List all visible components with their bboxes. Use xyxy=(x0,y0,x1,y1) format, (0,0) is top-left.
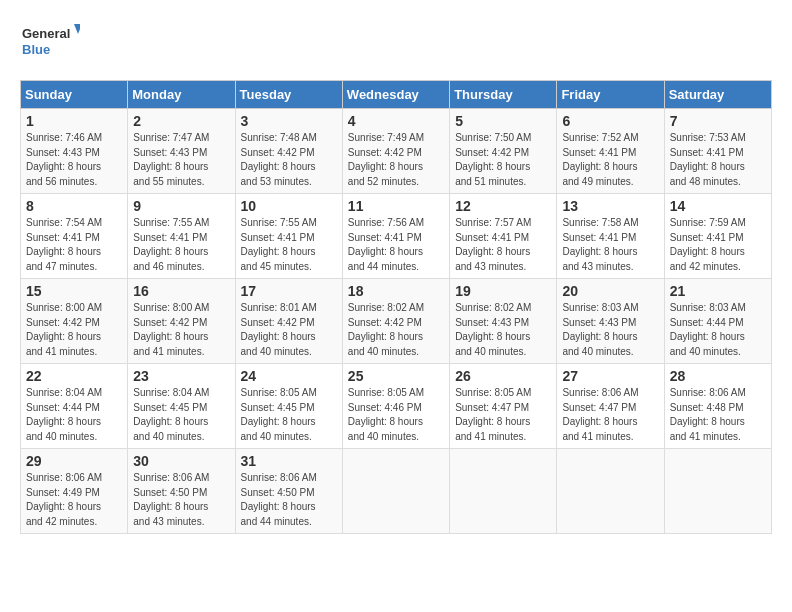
svg-marker-2 xyxy=(74,24,80,34)
svg-text:Blue: Blue xyxy=(22,42,50,57)
weekday-header: Thursday xyxy=(450,81,557,109)
day-info: Sunrise: 8:02 AM Sunset: 4:42 PM Dayligh… xyxy=(348,301,444,359)
sunset-label: Sunset: 4:46 PM xyxy=(348,402,422,413)
calendar-cell: 26 Sunrise: 8:05 AM Sunset: 4:47 PM Dayl… xyxy=(450,364,557,449)
day-info: Sunrise: 7:54 AM Sunset: 4:41 PM Dayligh… xyxy=(26,216,122,274)
daylight-minutes: and 40 minutes. xyxy=(26,431,97,442)
day-number: 18 xyxy=(348,283,444,299)
daylight-label: Daylight: 8 hours xyxy=(348,331,423,342)
day-info: Sunrise: 8:04 AM Sunset: 4:45 PM Dayligh… xyxy=(133,386,229,444)
calendar-cell: 19 Sunrise: 8:02 AM Sunset: 4:43 PM Dayl… xyxy=(450,279,557,364)
day-number: 30 xyxy=(133,453,229,469)
day-info: Sunrise: 7:56 AM Sunset: 4:41 PM Dayligh… xyxy=(348,216,444,274)
day-number: 13 xyxy=(562,198,658,214)
sunrise-label: Sunrise: 7:48 AM xyxy=(241,132,317,143)
sunrise-label: Sunrise: 7:58 AM xyxy=(562,217,638,228)
daylight-label: Daylight: 8 hours xyxy=(562,416,637,427)
calendar-cell: 5 Sunrise: 7:50 AM Sunset: 4:42 PM Dayli… xyxy=(450,109,557,194)
calendar-cell xyxy=(342,449,449,534)
daylight-label: Daylight: 8 hours xyxy=(562,331,637,342)
sunrise-label: Sunrise: 7:59 AM xyxy=(670,217,746,228)
daylight-label: Daylight: 8 hours xyxy=(455,416,530,427)
sunset-label: Sunset: 4:42 PM xyxy=(455,147,529,158)
day-number: 4 xyxy=(348,113,444,129)
calendar-week-row: 29 Sunrise: 8:06 AM Sunset: 4:49 PM Dayl… xyxy=(21,449,772,534)
calendar-week-row: 1 Sunrise: 7:46 AM Sunset: 4:43 PM Dayli… xyxy=(21,109,772,194)
day-number: 27 xyxy=(562,368,658,384)
sunset-label: Sunset: 4:41 PM xyxy=(26,232,100,243)
day-number: 28 xyxy=(670,368,766,384)
day-info: Sunrise: 7:59 AM Sunset: 4:41 PM Dayligh… xyxy=(670,216,766,274)
day-info: Sunrise: 7:58 AM Sunset: 4:41 PM Dayligh… xyxy=(562,216,658,274)
calendar-cell: 10 Sunrise: 7:55 AM Sunset: 4:41 PM Dayl… xyxy=(235,194,342,279)
calendar-cell: 4 Sunrise: 7:49 AM Sunset: 4:42 PM Dayli… xyxy=(342,109,449,194)
daylight-minutes: and 48 minutes. xyxy=(670,176,741,187)
daylight-minutes: and 51 minutes. xyxy=(455,176,526,187)
daylight-minutes: and 56 minutes. xyxy=(26,176,97,187)
day-info: Sunrise: 7:52 AM Sunset: 4:41 PM Dayligh… xyxy=(562,131,658,189)
daylight-label: Daylight: 8 hours xyxy=(455,331,530,342)
sunrise-label: Sunrise: 7:55 AM xyxy=(133,217,209,228)
daylight-minutes: and 49 minutes. xyxy=(562,176,633,187)
calendar-week-row: 8 Sunrise: 7:54 AM Sunset: 4:41 PM Dayli… xyxy=(21,194,772,279)
daylight-label: Daylight: 8 hours xyxy=(241,246,316,257)
daylight-minutes: and 44 minutes. xyxy=(241,516,312,527)
calendar-cell: 1 Sunrise: 7:46 AM Sunset: 4:43 PM Dayli… xyxy=(21,109,128,194)
day-number: 2 xyxy=(133,113,229,129)
calendar-cell: 12 Sunrise: 7:57 AM Sunset: 4:41 PM Dayl… xyxy=(450,194,557,279)
daylight-label: Daylight: 8 hours xyxy=(133,331,208,342)
calendar-cell: 20 Sunrise: 8:03 AM Sunset: 4:43 PM Dayl… xyxy=(557,279,664,364)
sunset-label: Sunset: 4:50 PM xyxy=(133,487,207,498)
day-info: Sunrise: 7:48 AM Sunset: 4:42 PM Dayligh… xyxy=(241,131,337,189)
calendar-cell xyxy=(557,449,664,534)
daylight-minutes: and 40 minutes. xyxy=(241,346,312,357)
sunrise-label: Sunrise: 8:05 AM xyxy=(241,387,317,398)
daylight-minutes: and 40 minutes. xyxy=(348,431,419,442)
day-number: 11 xyxy=(348,198,444,214)
calendar-cell: 31 Sunrise: 8:06 AM Sunset: 4:50 PM Dayl… xyxy=(235,449,342,534)
daylight-minutes: and 40 minutes. xyxy=(348,346,419,357)
daylight-minutes: and 53 minutes. xyxy=(241,176,312,187)
daylight-label: Daylight: 8 hours xyxy=(26,246,101,257)
sunrise-label: Sunrise: 7:55 AM xyxy=(241,217,317,228)
sunset-label: Sunset: 4:42 PM xyxy=(26,317,100,328)
daylight-label: Daylight: 8 hours xyxy=(241,161,316,172)
calendar-cell: 6 Sunrise: 7:52 AM Sunset: 4:41 PM Dayli… xyxy=(557,109,664,194)
day-number: 10 xyxy=(241,198,337,214)
day-info: Sunrise: 8:05 AM Sunset: 4:47 PM Dayligh… xyxy=(455,386,551,444)
weekday-header: Wednesday xyxy=(342,81,449,109)
daylight-minutes: and 40 minutes. xyxy=(562,346,633,357)
sunset-label: Sunset: 4:41 PM xyxy=(562,232,636,243)
day-number: 29 xyxy=(26,453,122,469)
calendar-cell: 2 Sunrise: 7:47 AM Sunset: 4:43 PM Dayli… xyxy=(128,109,235,194)
logo: General Blue xyxy=(20,20,80,64)
sunset-label: Sunset: 4:43 PM xyxy=(562,317,636,328)
day-info: Sunrise: 7:46 AM Sunset: 4:43 PM Dayligh… xyxy=(26,131,122,189)
calendar-table: SundayMondayTuesdayWednesdayThursdayFrid… xyxy=(20,80,772,534)
calendar-week-row: 22 Sunrise: 8:04 AM Sunset: 4:44 PM Dayl… xyxy=(21,364,772,449)
calendar-cell: 21 Sunrise: 8:03 AM Sunset: 4:44 PM Dayl… xyxy=(664,279,771,364)
calendar-cell: 25 Sunrise: 8:05 AM Sunset: 4:46 PM Dayl… xyxy=(342,364,449,449)
day-number: 12 xyxy=(455,198,551,214)
calendar-cell: 15 Sunrise: 8:00 AM Sunset: 4:42 PM Dayl… xyxy=(21,279,128,364)
daylight-minutes: and 41 minutes. xyxy=(455,431,526,442)
day-info: Sunrise: 8:04 AM Sunset: 4:44 PM Dayligh… xyxy=(26,386,122,444)
daylight-minutes: and 46 minutes. xyxy=(133,261,204,272)
sunrise-label: Sunrise: 7:46 AM xyxy=(26,132,102,143)
daylight-label: Daylight: 8 hours xyxy=(348,246,423,257)
day-info: Sunrise: 8:06 AM Sunset: 4:50 PM Dayligh… xyxy=(133,471,229,529)
daylight-label: Daylight: 8 hours xyxy=(455,246,530,257)
day-info: Sunrise: 7:53 AM Sunset: 4:41 PM Dayligh… xyxy=(670,131,766,189)
calendar-cell: 18 Sunrise: 8:02 AM Sunset: 4:42 PM Dayl… xyxy=(342,279,449,364)
day-number: 1 xyxy=(26,113,122,129)
daylight-label: Daylight: 8 hours xyxy=(562,246,637,257)
sunrise-label: Sunrise: 8:01 AM xyxy=(241,302,317,313)
page-header: General Blue xyxy=(20,20,772,64)
calendar-cell: 16 Sunrise: 8:00 AM Sunset: 4:42 PM Dayl… xyxy=(128,279,235,364)
daylight-minutes: and 43 minutes. xyxy=(133,516,204,527)
day-info: Sunrise: 8:06 AM Sunset: 4:49 PM Dayligh… xyxy=(26,471,122,529)
day-number: 20 xyxy=(562,283,658,299)
daylight-label: Daylight: 8 hours xyxy=(26,331,101,342)
sunset-label: Sunset: 4:47 PM xyxy=(562,402,636,413)
sunrise-label: Sunrise: 8:00 AM xyxy=(133,302,209,313)
